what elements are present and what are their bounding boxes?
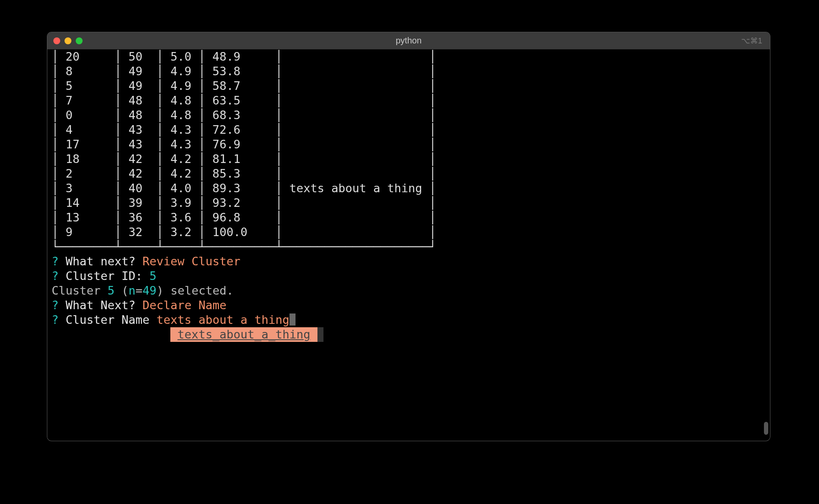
window-title: python (47, 36, 770, 46)
traffic-lights (53, 37, 83, 44)
minimize-icon[interactable] (65, 37, 71, 44)
autocomplete-suggestion[interactable]: texts_about_a_thing (170, 327, 317, 342)
cluster-id-value: 5 (150, 269, 157, 283)
terminal-body[interactable]: │ 20 │ 50 │ 5.0 │ 48.9 │ │ │ 8 │ 49 │ 4.… (47, 49, 770, 441)
scrollbar-thumb[interactable] (764, 422, 768, 435)
cursor-icon (289, 313, 296, 326)
prompt-marker: ? (52, 313, 58, 326)
prompt-what-next-2: What Next? (58, 298, 142, 312)
prompt-cluster-name: Cluster Name (58, 313, 157, 326)
table-output: │ 20 │ 50 │ 5.0 │ 48.9 │ │ │ 8 │ 49 │ 4.… (52, 50, 436, 253)
maximize-icon[interactable] (76, 37, 83, 44)
titlebar[interactable]: python ⌥⌘1 (47, 32, 770, 49)
answer-declare-name: Declare Name (142, 298, 226, 312)
prompt-cluster-id: Cluster ID: (58, 269, 149, 283)
cluster-name-input[interactable]: texts about a thing (157, 313, 289, 326)
prompt-marker: ? (52, 269, 58, 283)
terminal-window: python ⌥⌘1 │ 20 │ 50 │ 5.0 │ 48.9 │ │ │ … (47, 32, 770, 441)
prompt-marker: ? (52, 255, 58, 268)
close-icon[interactable] (53, 37, 60, 44)
answer-review-cluster: Review Cluster (142, 255, 240, 268)
prompt-marker: ? (52, 298, 58, 312)
tab-hint: ⌥⌘1 (741, 36, 762, 46)
selected-text: Cluster (52, 284, 108, 297)
prompt-what-next: What next? (58, 255, 142, 268)
